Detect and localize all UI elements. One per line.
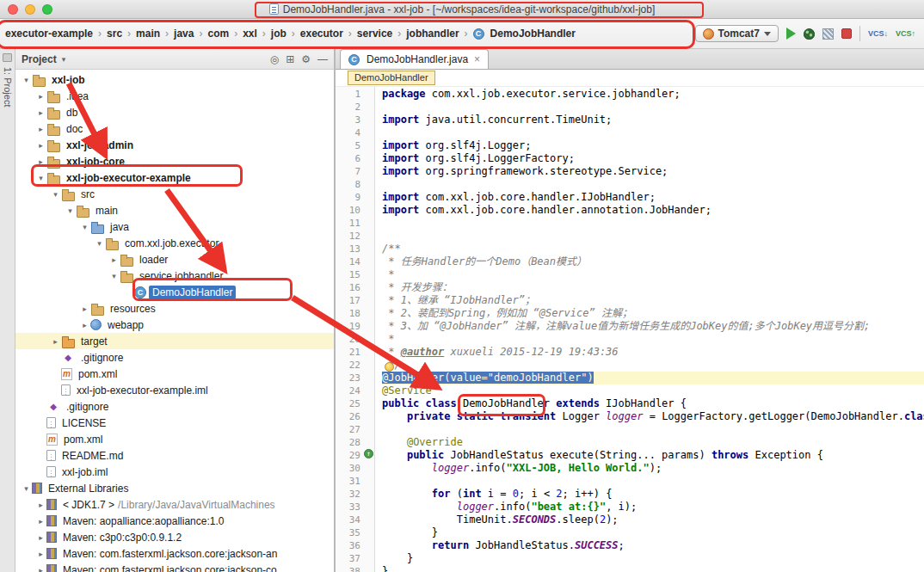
tree-item-main[interactable]: ▾main [15, 202, 334, 218]
tree-item-maven-aopalliance-aopalliance-1-0[interactable]: ▸Maven: aopalliance:aopalliance:1.0 [15, 513, 334, 529]
breadcrumb-item-label: java [174, 28, 194, 40]
code-line-38: } [382, 565, 924, 572]
expand-arrow-icon[interactable]: ▸ [35, 108, 46, 117]
expand-arrow-icon[interactable]: ▸ [79, 304, 90, 313]
tree-item-maven-com-fasterxml-jackson-core-jackson-an[interactable]: ▸Maven: com.fasterxml.jackson.core:jacks… [15, 545, 334, 562]
breadcrumb-item-demojobhandler[interactable]: CDemoJobHandler [470, 25, 579, 42]
debug-button[interactable] [804, 28, 815, 40]
tree-item-src[interactable]: ▾src [15, 186, 334, 202]
expand-arrow-icon[interactable]: ▸ [35, 141, 46, 150]
gear-icon[interactable]: ⚙ [301, 54, 311, 65]
tab-demojobhandler[interactable]: C DemoJobHandler.java × [340, 49, 489, 69]
collapse-arrow-icon[interactable]: ▾ [65, 206, 76, 215]
minimize-button[interactable] [25, 4, 35, 15]
breadcrumb-item-xxl[interactable]: xxl [239, 25, 261, 42]
expand-arrow-icon[interactable]: ▸ [108, 255, 120, 264]
tree-item-xxl-job-iml[interactable]: xxl-job.iml [15, 464, 334, 480]
breadcrumb-item-executor[interactable]: executor [297, 25, 347, 42]
breadcrumb-item-src[interactable]: src [103, 25, 126, 42]
breadcrumb-item-com[interactable]: com [204, 25, 232, 42]
chevron-down-icon [764, 32, 771, 36]
code-line-18: * 2、装配到Spring，例如加 “@Service” 注解； [382, 307, 924, 320]
tree-item-resources[interactable]: ▸resources [15, 300, 334, 317]
vcs-commit-button[interactable]: VCS↑ [896, 29, 915, 38]
coverage-button[interactable] [822, 28, 834, 40]
tree-item-service-jobhandler[interactable]: ▾service.jobhandler [15, 268, 334, 284]
navigation-bar: executor-example›src›main›java›com›xxl›j… [0, 19, 924, 49]
expand-arrow-icon[interactable]: ▸ [50, 337, 61, 346]
expand-arrow-icon[interactable]: ▸ [35, 566, 46, 572]
collapse-arrow-icon[interactable]: ▾ [35, 174, 46, 182]
tree-item-gitignore[interactable]: ◆.gitignore [15, 398, 334, 415]
hide-panel-icon[interactable]: — [317, 54, 328, 65]
tool-window-icon[interactable] [3, 53, 12, 62]
tree-item-demojobhandler[interactable]: CDemoJobHandler [15, 284, 334, 300]
code-line-34: TimeUnit.SECONDS.sleep(2); [382, 514, 924, 526]
code-line-14: * 任务Handler的一个Demo（Bean模式） [382, 255, 924, 268]
breadcrumb-item-executor-example[interactable]: executor-example [2, 25, 96, 42]
close-button[interactable] [8, 4, 18, 15]
breadcrumb-item-service[interactable]: service [354, 25, 396, 42]
expand-arrow-icon[interactable]: ▸ [35, 92, 46, 101]
tree-item-xxl-job-executor-example-iml[interactable]: xxl-job-executor-example.iml [15, 382, 334, 398]
tree-item-license[interactable]: LICENSE [15, 415, 334, 431]
collapse-arrow-icon[interactable]: ▾ [108, 272, 120, 280]
class-icon: C [348, 54, 360, 65]
tree-item-jdk1-7[interactable]: ▸< JDK1.7 > /Library/Java/JavaVirtualMac… [15, 496, 334, 513]
zoom-button[interactable] [42, 4, 52, 15]
tree-item-xxl-job-admin[interactable]: ▸xxl-job-admin [15, 137, 334, 153]
tree-item-java[interactable]: ▾java [15, 218, 334, 235]
tree-item-external-libraries[interactable]: ▾External Libraries [15, 480, 334, 496]
tree-item-maven-c3p0-c3p0-0-9-1-2[interactable]: ▸Maven: c3p0:c3p0:0.9.1.2 [15, 529, 334, 545]
expand-arrow-icon[interactable]: ▸ [35, 125, 46, 133]
expand-arrow-icon[interactable]: ▸ [35, 533, 46, 542]
expand-arrow-icon[interactable]: ▸ [35, 157, 46, 166]
close-tab-icon[interactable]: × [474, 53, 480, 65]
chevron-down-icon[interactable]: ▾ [62, 55, 66, 64]
breadcrumb-class-chip[interactable]: DemoJobHandler [348, 71, 435, 85]
breadcrumb-item-java[interactable]: java [170, 25, 197, 42]
tree-item-xxl-job-executor-example[interactable]: ▾xxl-job-executor-example [15, 169, 334, 186]
collapse-arrow-icon[interactable]: ▾ [50, 190, 61, 199]
breadcrumb-item-label: main [136, 28, 160, 40]
lib-icon [46, 515, 57, 526]
tree-item-db[interactable]: ▸db [15, 104, 334, 120]
expand-arrow-icon[interactable]: ▸ [35, 501, 46, 509]
breadcrumb-item-job[interactable]: job [268, 25, 290, 42]
tree-item-target[interactable]: ▸target [15, 333, 334, 349]
code-editor[interactable]: 1234567891011121314151617181920212223242… [336, 87, 924, 572]
breadcrumb-item-jobhandler[interactable]: jobhandler [403, 25, 462, 42]
run-configuration-selector[interactable]: Tomcat7 [695, 25, 779, 42]
tree-item-webapp[interactable]: ▸webapp [15, 317, 334, 333]
code-line-31 [382, 475, 924, 488]
tree-item-pom-xml[interactable]: mpom.xml [15, 366, 334, 382]
tree-item-readme-md[interactable]: README.md [15, 447, 334, 464]
locate-icon[interactable]: ◎ [270, 54, 279, 65]
code-line-2 [382, 101, 924, 114]
tree-item-xxl-job-core[interactable]: ▸xxl-job-core [15, 153, 334, 169]
collapse-arrow-icon[interactable]: ▾ [79, 223, 90, 231]
tree-item-pom-xml[interactable]: mpom.xml [15, 431, 334, 447]
tree-item-maven-com-fasterxml-jackson-core-jackson-co[interactable]: ▸Maven: com.fasterxml.jackson.core:jacks… [15, 562, 334, 572]
expand-arrow-icon[interactable]: ▸ [35, 517, 46, 526]
project-tool-window-button[interactable]: 1: Project [3, 67, 13, 107]
override-method-icon[interactable]: ↑ [364, 449, 373, 458]
collapse-arrow-icon[interactable]: ▾ [21, 484, 32, 493]
tree-item-xxl-job[interactable]: ▾xxl-job [15, 71, 334, 88]
tree-item-com-xxl-job-executor[interactable]: ▾com.xxl.job.executor [15, 235, 334, 251]
code-lines: package com.xxl.job.executor.service.job… [375, 87, 924, 572]
stop-button[interactable] [841, 28, 852, 39]
tree-item-idea[interactable]: ▸.idea [15, 88, 334, 104]
collapse-arrow-icon[interactable]: ▾ [94, 239, 105, 248]
run-button[interactable] [786, 28, 796, 40]
breadcrumb-item-main[interactable]: main [132, 25, 163, 42]
tree-item-gitignore[interactable]: ◆.gitignore [15, 349, 334, 366]
collapse-all-icon[interactable]: ⊞ [286, 54, 294, 65]
expand-arrow-icon[interactable]: ▸ [35, 550, 46, 558]
tree-item-doc[interactable]: ▸doc [15, 120, 334, 137]
tree-item-loader[interactable]: ▸loader [15, 251, 334, 268]
vcs-update-button[interactable]: VCS↓ [868, 29, 888, 38]
expand-arrow-icon[interactable]: ▸ [79, 321, 90, 329]
intention-bulb-icon[interactable] [385, 362, 394, 372]
collapse-arrow-icon[interactable]: ▾ [21, 76, 32, 84]
